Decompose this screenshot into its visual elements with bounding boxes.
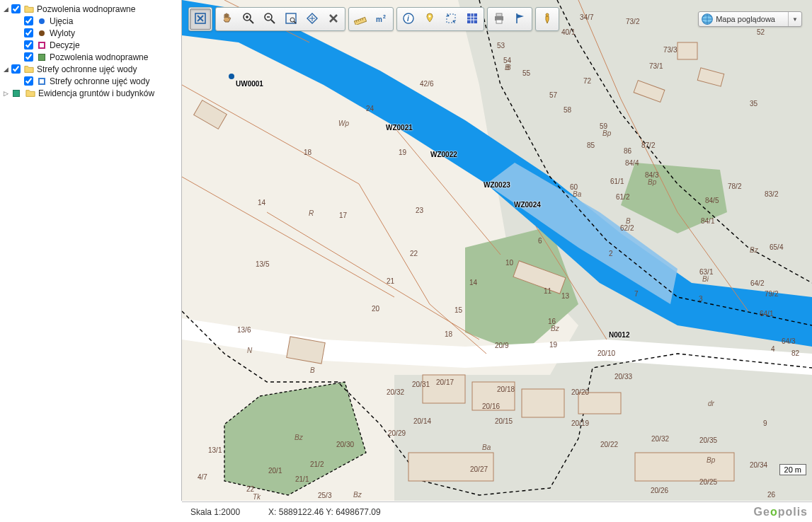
tree-item[interactable]: Pozwolenia wodnoprawne (1, 51, 180, 63)
tree-item-label: Ewidencja gruntów i budynków (38, 88, 154, 98)
mark-tool[interactable] (510, 8, 531, 30)
tree-item-label: Strefy ochronne ujęć wody (50, 76, 149, 86)
zoom-box-icon (285, 12, 297, 27)
select-icon (445, 12, 457, 27)
pin-search-icon (423, 12, 436, 27)
map-toolbar[interactable]: m2i (188, 7, 559, 31)
layer-checkbox[interactable] (24, 16, 33, 25)
layer-checkbox[interactable] (24, 52, 33, 62)
svg-point-58 (453, 20, 455, 22)
measure-area-tool[interactable]: m2 (371, 8, 392, 30)
svg-line-35 (250, 20, 253, 23)
scale-bar: 20 m (779, 464, 806, 475)
globe-icon (701, 13, 714, 25)
toolbar-group (535, 7, 559, 31)
info-icon: i (402, 12, 415, 27)
layer-checkbox[interactable] (11, 4, 21, 13)
toolbar-group (188, 7, 212, 31)
overview-map-label: Mapa poglądowa (716, 15, 788, 23)
x-letter-icon (327, 12, 340, 27)
tree-item[interactable]: ▷Ewidencja gruntów i budynków (1, 87, 180, 99)
toolbar-group (487, 7, 532, 31)
svg-rect-46 (354, 17, 366, 25)
tree-item-label: Wyloty (50, 28, 75, 38)
svg-point-68 (546, 13, 549, 16)
measure-line-tool[interactable] (350, 8, 371, 30)
map-canvas[interactable] (182, 0, 812, 501)
zoom-out-tool[interactable] (259, 8, 280, 30)
svg-text:m: m (376, 16, 382, 23)
layer-checkbox[interactable] (11, 64, 21, 74)
pan-tool[interactable] (217, 8, 238, 30)
status-scale: Skala 1:2000 (190, 507, 240, 517)
svg-rect-25 (472, 382, 515, 410)
zoom-box-tool[interactable] (280, 8, 302, 30)
svg-point-57 (447, 14, 450, 16)
svg-text:2: 2 (383, 14, 386, 19)
scale-bar-label: 20 m (784, 465, 801, 474)
printer-icon (493, 12, 505, 27)
checkbox-icon[interactable] (11, 88, 21, 98)
tree-item[interactable]: Strefy ochronne ujęć wody (1, 75, 180, 87)
zoom-in-icon (242, 12, 255, 27)
tree-item[interactable]: Wyloty (1, 27, 180, 39)
svg-rect-59 (467, 13, 477, 23)
print-tool[interactable] (488, 8, 510, 30)
svg-rect-24 (423, 375, 465, 403)
tree-item-label: Decyzje (50, 40, 80, 50)
svg-rect-27 (578, 393, 621, 414)
svg-rect-28 (635, 453, 734, 481)
streetview-tool[interactable] (537, 8, 558, 30)
tree-item-label: Pozwolenia wodnoprawne (37, 4, 135, 14)
svg-text:i: i (407, 15, 409, 23)
layer-panel[interactable]: ◢Pozwolenia wodnoprawneUjęciaWylotyDecyz… (0, 0, 182, 501)
tree-item-label: Pozwolenia wodnoprawne (50, 52, 148, 62)
chevron-down-icon[interactable]: ◢ (1, 5, 10, 13)
search-tool[interactable] (419, 8, 440, 30)
layer-checkbox[interactable] (24, 40, 33, 50)
toolbar-group: m2 (348, 7, 394, 31)
toolbar-group: i (396, 7, 484, 31)
select-tool[interactable] (440, 8, 462, 30)
map-viewport[interactable]: 20 m (182, 0, 812, 501)
extent-icon (306, 12, 319, 27)
chevron-down-icon[interactable]: ▼ (788, 12, 801, 26)
tree-item[interactable]: ◢Strefy ochronne ujęć wody (1, 63, 180, 75)
toolbar-group (215, 7, 345, 31)
tree-item[interactable]: ◢Pozwolenia wodnoprawne (1, 3, 180, 15)
clear-tool[interactable] (323, 8, 344, 30)
chevron-down-icon[interactable]: ◢ (1, 65, 10, 74)
grid-icon (466, 12, 479, 27)
zoom-extent-tool[interactable] (302, 8, 323, 30)
svg-rect-66 (496, 20, 502, 23)
svg-point-55 (429, 15, 431, 17)
chevron-right-icon[interactable]: ▷ (1, 89, 10, 98)
x-box-icon (194, 12, 207, 27)
svg-rect-21 (677, 42, 697, 59)
overview-map-toggle[interactable]: Mapa poglądowa ▼ (698, 11, 802, 27)
svg-rect-26 (522, 389, 564, 417)
identify-tool[interactable]: i (398, 8, 419, 30)
svg-rect-65 (496, 13, 502, 16)
hand-icon (221, 12, 234, 27)
status-bar: Skala 1:2000 X: 5889122.46 Y: 6498677.09… (182, 501, 812, 522)
tree-item[interactable]: Decyzje (1, 39, 180, 51)
tree-item[interactable]: Ujęcia (1, 15, 180, 27)
status-coords: X: 5889122.46 Y: 6498677.09 (268, 507, 381, 517)
zoom-in-tool[interactable] (238, 8, 259, 30)
grid-tool[interactable] (462, 8, 483, 30)
close-tool[interactable] (190, 8, 211, 30)
flag-icon (514, 12, 527, 27)
vendor-logo: Geopolis (754, 506, 808, 518)
pegman-icon (541, 12, 554, 27)
m2-icon: m2 (375, 12, 388, 27)
svg-rect-29 (408, 453, 493, 481)
layer-checkbox[interactable] (24, 28, 33, 37)
svg-line-39 (271, 20, 275, 23)
ruler-icon (354, 12, 367, 27)
svg-point-32 (229, 74, 234, 79)
tree-item-label: Ujęcia (50, 16, 73, 26)
layer-tree[interactable]: ◢Pozwolenia wodnoprawneUjęciaWylotyDecyz… (0, 0, 181, 102)
layer-checkbox[interactable] (24, 76, 33, 86)
zoom-out-icon (263, 12, 276, 27)
